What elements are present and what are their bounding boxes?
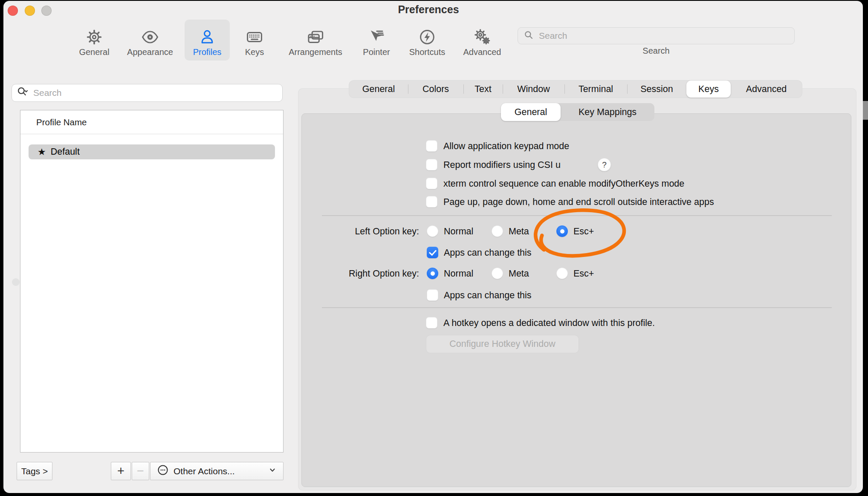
circle-ellipsis-icon: [156, 464, 169, 479]
radio-right-normal[interactable]: [427, 268, 438, 279]
tab-advanced[interactable]: Advanced: [731, 81, 802, 98]
checkbox-application-keypad[interactable]: [426, 140, 437, 152]
splitter-knob[interactable]: [12, 278, 20, 286]
radio-left-normal[interactable]: [427, 225, 438, 237]
keys-general-panel: [301, 113, 851, 487]
tab-terminal[interactable]: Terminal: [564, 81, 627, 98]
toolbar-search-label: Search: [518, 46, 795, 56]
toolbar-label: Arrangements: [289, 47, 342, 57]
gears-icon: [473, 28, 492, 46]
radio-label: Meta: [509, 268, 529, 279]
right-option-key-label: Right Option key:: [300, 268, 419, 279]
toolbar-item-arrangements[interactable]: Arrangements: [281, 20, 350, 61]
checkbox-label: Apps can change this: [444, 290, 532, 301]
person-icon: [198, 28, 217, 46]
star-icon: ★: [38, 147, 46, 158]
checkbox-modifyotherkeys[interactable]: [426, 178, 437, 189]
screenshot-stage: Preferences General Appearance: [0, 0, 868, 496]
checkbox-label: xterm control sequence can enable modify…: [443, 179, 684, 189]
divider: [322, 307, 832, 308]
tab-keys[interactable]: Keys: [686, 81, 731, 98]
checkbox-label: Allow application keypad mode: [443, 141, 569, 152]
subtab-key-mappings[interactable]: Key Mappings: [561, 103, 654, 121]
subtab-general[interactable]: General: [501, 103, 561, 121]
gear-icon: [85, 28, 104, 46]
toolbar-item-pointer[interactable]: Pointer: [355, 20, 398, 61]
radio-label: Normal: [444, 226, 473, 237]
cursor-icon: [367, 28, 386, 46]
radio-label: Esc+: [573, 268, 594, 279]
chevron-down-icon: [268, 465, 277, 477]
toolbar-item-appearance[interactable]: Appearance: [122, 20, 178, 61]
profile-search-input[interactable]: [32, 87, 278, 98]
profile-search-field[interactable]: [12, 84, 283, 102]
windows-icon: [306, 28, 325, 46]
toolbar-label: Profiles: [193, 47, 222, 57]
checkbox-label: Apps can change this: [444, 248, 532, 258]
window-title: Preferences: [0, 3, 857, 16]
left-option-key-label: Left Option key:: [300, 226, 419, 237]
toolbar-label: Pointer: [363, 47, 390, 57]
keyboard-icon: [245, 28, 264, 46]
radio-right-esc[interactable]: [556, 268, 568, 279]
checkbox-csi-u[interactable]: [426, 159, 437, 170]
remove-profile-button[interactable]: −: [132, 462, 149, 480]
checkbox-label: Report modifiers using CSI u: [443, 160, 561, 170]
profile-list-header: Profile Name: [20, 110, 283, 134]
orange-ellipse-annotation: [527, 204, 630, 261]
other-actions-label: Other Actions...: [174, 466, 235, 476]
bolt-circle-icon: [418, 28, 437, 46]
other-actions-dropdown[interactable]: Other Actions...: [150, 462, 284, 480]
tab-text[interactable]: Text: [463, 81, 503, 98]
keys-subtab-bar: General Key Mappings: [501, 103, 654, 121]
radio-left-meta[interactable]: [492, 225, 503, 237]
toolbar-item-advanced[interactable]: Advanced: [457, 20, 508, 61]
checkbox-left-apps-can-change[interactable]: [427, 247, 438, 258]
toolbar-search-field[interactable]: [518, 27, 795, 44]
checkbox-scroll-outside-apps[interactable]: [426, 196, 437, 208]
profile-name: Default: [51, 147, 80, 157]
toolbar-label: Shortcuts: [409, 47, 445, 57]
toolbar-item-keys[interactable]: Keys: [235, 20, 274, 61]
tab-colors[interactable]: Colors: [408, 81, 463, 98]
radio-label: Meta: [509, 226, 529, 237]
tab-session[interactable]: Session: [627, 81, 686, 98]
toolbar-label: Appearance: [127, 47, 173, 57]
toolbar-label: Keys: [245, 47, 264, 57]
add-profile-button[interactable]: +: [111, 462, 131, 480]
tab-general[interactable]: General: [349, 81, 408, 98]
search-icon: [523, 29, 534, 42]
tab-window[interactable]: Window: [503, 81, 564, 98]
radio-label: Normal: [444, 268, 473, 279]
profile-list: Profile Name ★ Default: [20, 110, 284, 453]
search-menu-icon: [16, 86, 29, 100]
profile-tab-bar: General Colors Text Window Terminal Sess…: [349, 81, 802, 98]
radio-right-meta[interactable]: [492, 268, 503, 279]
checkbox-hotkey-window[interactable]: [426, 317, 437, 329]
toolbar-item-profiles[interactable]: Profiles: [185, 20, 230, 61]
toolbar-search-input[interactable]: [538, 30, 789, 41]
background-notch: [863, 101, 868, 120]
configure-hotkey-window-button: Configure Hotkey Window: [426, 335, 579, 353]
toolbar-item-general[interactable]: General: [72, 20, 117, 61]
checkbox-right-apps-can-change[interactable]: [427, 289, 438, 301]
toolbar-item-shortcuts[interactable]: Shortcuts: [402, 20, 453, 61]
help-button[interactable]: ?: [598, 158, 611, 171]
profile-row-default[interactable]: ★ Default: [29, 144, 275, 159]
toolbar-label: Advanced: [463, 47, 501, 57]
eye-icon: [141, 28, 159, 46]
tags-button[interactable]: Tags >: [17, 462, 52, 480]
checkbox-label: A hotkey opens a dedicated window with t…: [443, 318, 655, 329]
toolbar-label: General: [79, 47, 109, 57]
